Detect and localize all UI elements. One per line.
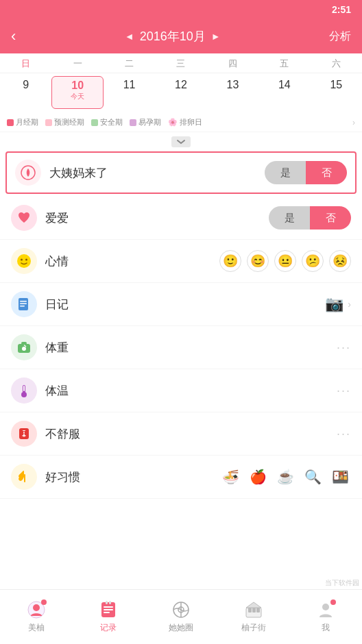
cal-day-9[interactable]: 9 <box>0 76 51 109</box>
analysis-button[interactable]: 分析 <box>329 29 351 44</box>
row-period: 大姨妈来了 是 否 <box>5 151 357 194</box>
row-weight: 体重 ··· <box>0 326 362 369</box>
nav-meiyou[interactable]: 美柚 <box>0 590 73 644</box>
row-love: 爱爱 是 否 <box>0 197 362 240</box>
nav-meiyou-label: 美柚 <box>28 622 45 634</box>
weight-label: 体重 <box>45 340 337 356</box>
legend-safe: 安全期 <box>91 117 123 127</box>
mood-very-sad[interactable]: 😣 <box>329 250 351 272</box>
nav-me[interactable]: 我 <box>289 590 362 644</box>
mood-sad[interactable]: 😕 <box>302 250 324 272</box>
svg-rect-6 <box>20 304 27 305</box>
diary-actions: 📷 › <box>325 295 351 313</box>
header-title: ◄ 2016年10月 ► <box>125 28 221 45</box>
period-yn-group: 是 否 <box>265 161 347 184</box>
nav-me-icon <box>316 600 335 619</box>
weight-more-button[interactable]: ··· <box>337 340 351 355</box>
mood-neutral[interactable]: 😐 <box>274 250 296 272</box>
legend-predicted: 预测经期 <box>45 117 84 127</box>
mood-label: 心情 <box>45 253 219 269</box>
legend-label-fertile: 易孕期 <box>138 117 161 127</box>
legend-dot-period <box>7 119 14 126</box>
svg-rect-26 <box>104 612 110 613</box>
watermark: 当下软件园 <box>325 578 359 588</box>
month-title: 2016年10月 <box>140 28 206 45</box>
weekday-sat: 六 <box>311 58 362 70</box>
nav-social-label: 她她圈 <box>169 622 193 634</box>
weekday-thu: 四 <box>207 58 258 70</box>
habit-icons-group: 🍜 🍎 ☕ 🔍 🍱 <box>219 466 351 488</box>
legend-label-period: 月经期 <box>16 117 38 127</box>
weekday-mon: 一 <box>51 58 103 70</box>
weight-icon <box>11 334 37 360</box>
period-label: 大姨妈来了 <box>49 165 265 181</box>
legend-label-ovulation: 排卵日 <box>180 117 202 127</box>
svg-rect-34 <box>252 608 256 612</box>
nav-street-icon <box>244 600 263 619</box>
cal-day-12[interactable]: 12 <box>155 76 206 109</box>
svg-rect-25 <box>104 609 113 610</box>
legend-expand-arrow[interactable]: › <box>352 118 355 127</box>
discomfort-icon <box>11 421 37 447</box>
habit-search[interactable]: 🔍 <box>302 466 324 488</box>
svg-rect-24 <box>104 606 113 608</box>
mood-icons-group: 🙂 😊 😐 😕 😣 <box>219 250 351 272</box>
period-yes-button[interactable]: 是 <box>265 161 306 184</box>
svg-rect-35 <box>256 608 260 612</box>
legend-icon-ovulation: 🌸 <box>168 118 178 127</box>
svg-point-13 <box>21 392 27 397</box>
weekday-tue: 二 <box>104 58 155 70</box>
nav-record-label: 记录 <box>100 622 117 634</box>
meiyou-badge <box>41 599 47 605</box>
temp-more-button[interactable]: ··· <box>337 384 351 398</box>
legend-label-predicted: 预测经期 <box>54 117 84 127</box>
next-month-button[interactable]: ► <box>211 31 221 42</box>
legend-period: 月经期 <box>7 117 38 127</box>
row-habits: 好习惯 🍜 🍎 ☕ 🔍 🍱 <box>0 456 362 499</box>
svg-point-22 <box>33 604 40 611</box>
diary-nav-arrow: › <box>348 299 351 310</box>
nav-street[interactable]: 柚子街 <box>217 590 290 644</box>
calendar-weekdays: 日 一 二 三 四 五 六 <box>0 53 362 73</box>
cal-day-14[interactable]: 14 <box>258 76 310 109</box>
diary-icon <box>11 291 37 317</box>
prev-month-button[interactable]: ◄ <box>125 31 134 42</box>
habit-rice[interactable]: 🍜 <box>219 466 241 488</box>
diary-camera-button[interactable]: 📷 <box>325 295 343 313</box>
svg-rect-27 <box>106 601 108 604</box>
nav-street-label: 柚子街 <box>241 622 266 634</box>
header: ‹ ◄ 2016年10月 ► 分析 <box>0 19 362 53</box>
love-yes-button[interactable]: 是 <box>269 206 310 230</box>
back-button[interactable]: ‹ <box>11 27 16 45</box>
weekday-sun: 日 <box>0 58 51 70</box>
mood-happy[interactable]: 🙂 <box>219 250 241 272</box>
nav-meiyou-icon <box>27 600 46 619</box>
cal-day-15[interactable]: 15 <box>311 76 362 109</box>
cal-day-11[interactable]: 11 <box>104 76 155 109</box>
habit-coffee[interactable]: ☕ <box>274 466 296 488</box>
svg-point-17 <box>23 432 25 433</box>
discomfort-more-button[interactable]: ··· <box>337 427 351 441</box>
cal-day-10[interactable]: 10 今天 <box>51 76 103 109</box>
nav-record[interactable]: 记录 <box>73 590 145 644</box>
habit-food[interactable]: 🍱 <box>329 466 351 488</box>
habits-label: 好习惯 <box>45 469 219 485</box>
legend-dot-predicted <box>45 119 52 126</box>
habit-fruit[interactable]: 🍎 <box>247 466 269 488</box>
svg-rect-7 <box>20 306 25 307</box>
content-section: 大姨妈来了 是 否 爱爱 是 否 心情 🙂 😊 😐 😕 😣 <box>0 151 362 499</box>
mood-very-happy[interactable]: 😊 <box>247 250 269 272</box>
dropdown-arrow-button[interactable] <box>171 136 191 147</box>
dropdown-row <box>0 132 362 149</box>
love-label: 爱爱 <box>45 210 269 226</box>
love-no-button[interactable]: 否 <box>310 206 351 230</box>
bottom-nav: 美柚 记录 她她圈 柚子街 我 <box>0 589 362 644</box>
period-no-button[interactable]: 否 <box>306 161 347 184</box>
discomfort-label: 不舒服 <box>45 426 337 442</box>
love-icon <box>11 205 37 231</box>
nav-social[interactable]: 她她圈 <box>145 590 217 644</box>
svg-rect-28 <box>109 601 111 604</box>
weekday-wed: 三 <box>155 58 206 70</box>
cal-day-13[interactable]: 13 <box>207 76 258 109</box>
svg-marker-36 <box>246 602 261 608</box>
